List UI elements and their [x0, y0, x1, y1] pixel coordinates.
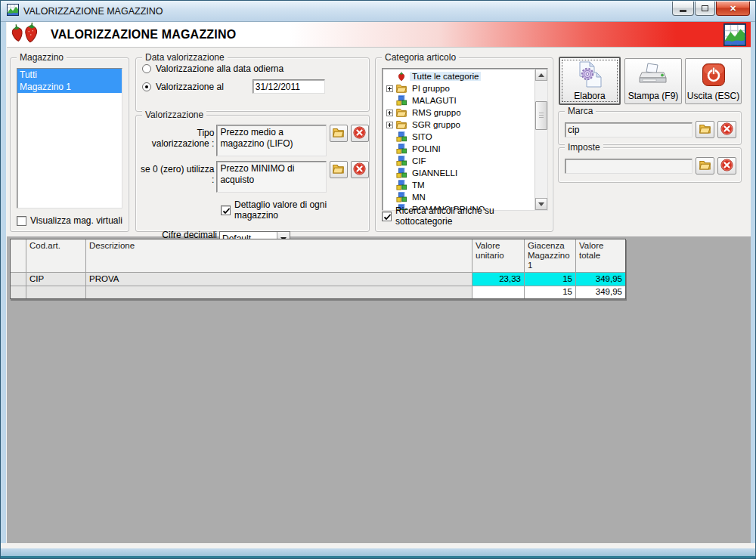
- valorizzazione-group: Valorizzazione Tipo valorizzazione : Pre…: [135, 115, 370, 232]
- tipo-valorizzazione-label: Tipo valorizzazione :: [139, 125, 214, 149]
- checkbox-unchecked-icon[interactable]: [17, 216, 26, 226]
- marca-browse-button[interactable]: [696, 121, 714, 138]
- strawberries-icon: [7, 21, 43, 48]
- ricerca-sottocategorie-checkbox[interactable]: Ricerca articoli anche su sottocategorie: [382, 205, 553, 227]
- totals-row-selector: [11, 286, 26, 298]
- tree-item[interactable]: CIF: [384, 155, 534, 167]
- tipo-browse-button[interactable]: [330, 125, 348, 142]
- app-chart-icon: [7, 4, 19, 18]
- radio-odierna[interactable]: [142, 64, 151, 73]
- cell-cod-art[interactable]: CIP: [26, 273, 85, 286]
- expand-plus-icon[interactable]: [386, 85, 393, 92]
- uscita-button[interactable]: Uscita (ESC): [685, 58, 742, 104]
- delete-icon: [353, 162, 366, 178]
- header-valore-totale[interactable]: Valore totale: [576, 239, 625, 272]
- maximize-button[interactable]: [695, 2, 715, 16]
- printer-icon: [638, 59, 668, 91]
- chevron-up-icon: [538, 73, 544, 77]
- folder-icon: [332, 127, 345, 140]
- categoria-group-label: Categoria articolo: [382, 52, 459, 63]
- tree-item-label: MN: [410, 193, 428, 202]
- radio-odierna-label: Valorizzazione alla data odierna: [156, 63, 284, 74]
- cell-valore-unitario[interactable]: 23,33: [472, 273, 524, 286]
- row-selector-header: [11, 239, 26, 272]
- tree-item-label: PI gruppo: [410, 84, 452, 93]
- checkbox-checked-icon[interactable]: [382, 212, 392, 221]
- tree-item[interactable]: MALAGUTI: [384, 94, 534, 107]
- tree-item[interactable]: MN: [384, 191, 534, 203]
- cell-descrizione[interactable]: PROVA: [86, 273, 472, 286]
- imposte-group: Imposte: [558, 147, 742, 183]
- chart-icon: [723, 23, 746, 48]
- list-item[interactable]: Tutti: [17, 69, 122, 81]
- tree-item[interactable]: TM: [384, 179, 534, 191]
- marca-clear-button[interactable]: [717, 121, 736, 138]
- cubes-icon: [395, 95, 407, 106]
- tipo-clear-button[interactable]: [351, 125, 369, 142]
- tree-item[interactable]: RMS gruppo: [384, 107, 534, 119]
- tree-item[interactable]: SITO: [384, 131, 534, 143]
- imposte-clear-button[interactable]: [717, 157, 736, 174]
- folder-icon: [395, 119, 407, 130]
- app-window: VALORIZZAZIONE MAGAZZINO ✕ VALORIZZAZION…: [0, 0, 756, 559]
- categoria-group: Categoria articolo Tutte le categoriePI …: [375, 57, 553, 232]
- totals-cod-art: [26, 286, 85, 298]
- tree-item[interactable]: POLINI: [384, 143, 534, 155]
- marca-group: Marca: [558, 111, 742, 145]
- tree-item-label: GIANNELLI: [410, 168, 460, 178]
- close-button[interactable]: ✕: [716, 2, 750, 16]
- dettaglio-label: Dettaglio valore di ogni magazzino: [234, 199, 369, 221]
- scrollbar-thumb[interactable]: [535, 101, 547, 130]
- title-bar[interactable]: VALORIZZAZIONE MAGAZZINO ✕: [1, 1, 755, 22]
- page-title: VALORIZZAZIONE MAGAZZINO: [51, 28, 236, 42]
- header-descrizione[interactable]: Descrizione: [86, 239, 472, 272]
- dettaglio-checkbox-row[interactable]: Dettaglio valore di ogni magazzino: [221, 199, 369, 221]
- radio-al-row[interactable]: Valorizzazione al: [142, 79, 369, 94]
- expand-plus-icon[interactable]: [386, 110, 393, 116]
- cell-valore-totale[interactable]: 349,95: [576, 273, 625, 286]
- imposte-input[interactable]: [565, 159, 692, 174]
- row-selector[interactable]: [11, 273, 26, 286]
- stampa-label: Stampa (F9): [628, 91, 679, 101]
- tree-scrollbar[interactable]: [534, 69, 547, 210]
- cell-giacenza[interactable]: 15: [525, 273, 575, 286]
- tree-item-label: SITO: [410, 132, 435, 141]
- folder-icon: [699, 159, 711, 172]
- header-valore-unitario[interactable]: Valore unitario: [472, 239, 524, 272]
- elabora-button[interactable]: Elabora: [559, 57, 621, 105]
- delete-icon: [353, 126, 366, 141]
- tipo-valorizzazione-value: Prezzo medio a magazzino (LIFO): [216, 125, 326, 156]
- tree-item-label: Tutte le categorie: [410, 72, 481, 81]
- marca-input[interactable]: [565, 122, 692, 137]
- imposte-browse-button[interactable]: [696, 157, 714, 174]
- visualizza-virtuali-checkbox[interactable]: Visualizza mag. virtuali: [17, 215, 122, 226]
- strawberry-icon: [395, 71, 407, 82]
- radio-al[interactable]: [142, 82, 151, 91]
- minimize-button[interactable]: [672, 2, 694, 16]
- scroll-up-button[interactable]: [535, 69, 547, 81]
- checkbox-checked-icon[interactable]: [221, 205, 231, 215]
- se-zero-browse-button[interactable]: [330, 161, 348, 178]
- close-icon: ✕: [730, 4, 736, 14]
- radio-odierna-row[interactable]: Valorizzazione alla data odierna: [142, 63, 369, 74]
- header-giacenza[interactable]: Giacenza Magazzino 1: [525, 239, 575, 272]
- list-item[interactable]: Magazzino 1: [17, 81, 122, 93]
- header-cod-art[interactable]: Cod.art.: [26, 239, 85, 272]
- window-content: VALORIZZAZIONE MAGAZZINO Magazzino Tutti…: [7, 22, 751, 545]
- tree-item-label: MALAGUTI: [410, 96, 459, 105]
- expand-plus-icon[interactable]: [386, 122, 393, 128]
- date-input[interactable]: [253, 79, 325, 94]
- window-frame-bottom: [1, 543, 755, 558]
- stampa-button[interactable]: Stampa (F9): [624, 58, 682, 104]
- se-zero-value: Prezzo MINIMO di acquisto: [216, 161, 326, 193]
- tree-item[interactable]: SGR gruppo: [384, 119, 534, 131]
- magazzino-listbox[interactable]: TuttiMagazzino 1: [17, 68, 122, 208]
- tree-item[interactable]: PI gruppo: [384, 82, 534, 94]
- tree-item[interactable]: GIANNELLI: [384, 167, 534, 179]
- cubes-icon: [395, 168, 407, 178]
- valorizzazione-group-label: Valorizzazione: [142, 110, 206, 120]
- categoria-tree[interactable]: Tutte le categoriePI gruppoMALAGUTIRMS g…: [382, 68, 548, 211]
- totals-descrizione: [86, 286, 472, 298]
- tree-item[interactable]: Tutte le categorie: [384, 70, 534, 82]
- se-zero-clear-button[interactable]: [351, 161, 369, 178]
